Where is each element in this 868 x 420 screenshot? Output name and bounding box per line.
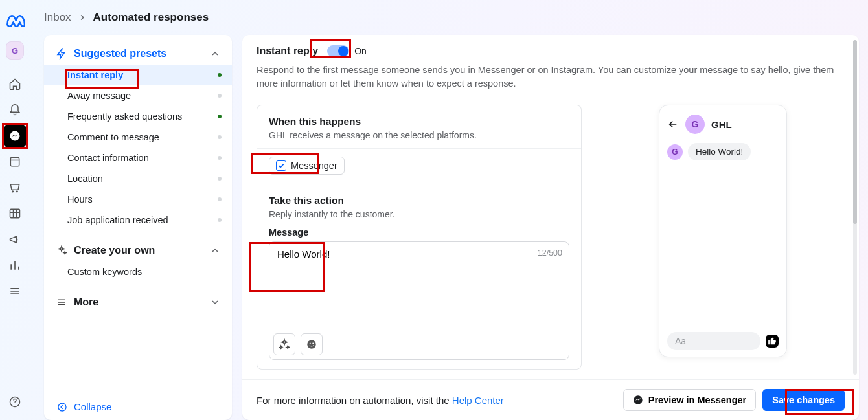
preset-item[interactable]: Instant reply: [44, 65, 232, 85]
preset-item[interactable]: Job application received: [44, 210, 232, 230]
button-label: Preview in Messenger: [648, 395, 747, 405]
message-box: 12/500: [269, 241, 569, 360]
action-card: Take this action Reply instantly to the …: [257, 184, 582, 370]
status-dot: [218, 94, 222, 98]
status-dot: [218, 197, 222, 201]
nav-tables[interactable]: [3, 202, 27, 225]
editor-title: Instant reply: [257, 45, 318, 57]
toggle-state: On: [354, 46, 367, 56]
scrollbar[interactable]: [853, 40, 857, 375]
personalize-button[interactable]: [273, 333, 295, 355]
when-sub: GHL receives a message on the selected p…: [269, 130, 569, 140]
footer-info: For more information on automation, visi…: [257, 395, 504, 406]
create-list: Custom keywords: [44, 261, 232, 287]
nav-help[interactable]: [3, 390, 27, 414]
help-center-link[interactable]: Help Center: [452, 395, 504, 406]
lightning-icon: [56, 48, 67, 60]
button-label: Save changes: [772, 395, 835, 405]
collapse-button[interactable]: Collapse: [44, 393, 232, 420]
save-changes-button[interactable]: Save changes: [762, 389, 845, 411]
section-more[interactable]: More: [44, 287, 232, 313]
messenger-icon: [633, 395, 643, 405]
preview-like-icon: [766, 335, 779, 348]
collapse-icon: [57, 402, 67, 412]
breadcrumb: Inbox Automated responses: [44, 0, 868, 35]
instant-reply-toggle[interactable]: On: [327, 45, 367, 57]
preview-bubble: Hello World!: [688, 143, 751, 160]
editor-description: Respond to the first message someone sen…: [257, 63, 845, 91]
preview-avatar: G: [685, 115, 705, 134]
meta-logo: [5, 10, 25, 30]
collapse-label: Collapse: [74, 401, 111, 412]
svg-rect-2: [10, 209, 20, 217]
automation-editor: Instant reply On Respond to the first me…: [242, 35, 859, 420]
preset-item[interactable]: Location: [44, 168, 232, 189]
section-label: More: [74, 296, 98, 308]
preset-item[interactable]: Custom keywords: [44, 261, 232, 282]
chevron-down-icon: [210, 297, 220, 307]
preview-input: Aa: [667, 332, 760, 350]
nav-inbox[interactable]: [3, 124, 27, 148]
nav-menu[interactable]: [3, 280, 27, 303]
preset-label: Custom keywords: [67, 267, 142, 277]
back-arrow-icon: [667, 118, 679, 130]
preset-item[interactable]: Contact information: [44, 148, 232, 168]
status-dot: [218, 177, 222, 181]
message-label: Message: [269, 227, 569, 238]
svg-point-0: [10, 131, 20, 141]
toggle-switch[interactable]: [327, 45, 349, 57]
emoji-button[interactable]: [301, 333, 323, 355]
preset-item[interactable]: Frequently asked questions: [44, 106, 232, 127]
account-avatar[interactable]: G: [6, 41, 24, 60]
preview-mini-avatar: G: [667, 144, 683, 160]
section-label: Suggested presets: [74, 48, 166, 60]
chevron-up-icon: [210, 245, 220, 256]
preview-in-messenger-button[interactable]: Preview in Messenger: [623, 389, 757, 411]
breadcrumb-current: Automated responses: [93, 11, 209, 24]
preset-item[interactable]: Hours: [44, 189, 232, 210]
platform-messenger-checkbox[interactable]: Messenger: [269, 157, 345, 175]
section-create-your-own[interactable]: Create your own: [44, 236, 232, 261]
action-heading: Take this action: [269, 195, 569, 206]
chevron-right-icon: [78, 13, 87, 22]
when-heading: When this happens: [269, 116, 569, 127]
checkbox-checked-icon: [276, 160, 286, 171]
preset-label: Location: [67, 173, 103, 184]
svg-point-7: [312, 343, 314, 344]
sparkle-icon: [56, 245, 67, 256]
preset-label: Instant reply: [67, 70, 123, 80]
status-dot: [218, 156, 222, 160]
svg-point-8: [634, 395, 642, 404]
svg-point-5: [307, 340, 316, 349]
preset-item[interactable]: Comment to message: [44, 127, 232, 148]
status-dot: [218, 115, 222, 118]
nav-home[interactable]: [3, 72, 27, 96]
status-dot: [218, 73, 222, 77]
preset-item[interactable]: Away message: [44, 85, 232, 106]
preset-label: Job application received: [67, 215, 168, 225]
platform-label: Messenger: [291, 160, 337, 171]
when-card: When this happens GHL receives a message…: [257, 105, 582, 184]
breadcrumb-root[interactable]: Inbox: [44, 11, 71, 24]
preset-label: Comment to message: [67, 132, 159, 142]
chevron-up-icon: [210, 49, 220, 59]
nav-commerce[interactable]: [3, 176, 27, 199]
section-label: Create your own: [74, 245, 155, 256]
status-dot: [218, 218, 222, 222]
section-suggested-presets[interactable]: Suggested presets: [44, 39, 232, 65]
editor-footer: For more information on automation, visi…: [242, 379, 859, 420]
preset-label: Frequently asked questions: [67, 111, 182, 122]
preset-list: Instant replyAway messageFrequently aske…: [44, 65, 232, 236]
message-textarea[interactable]: [269, 242, 569, 326]
preview-card: G GHL G Hello World!: [659, 105, 787, 357]
svg-point-6: [310, 343, 311, 344]
nav-posts[interactable]: [3, 150, 27, 173]
presets-panel: Suggested presets Instant replyAway mess…: [44, 35, 232, 420]
avatar-initial: G: [12, 46, 18, 56]
nav-notifications[interactable]: [3, 98, 27, 122]
left-rail: G: [0, 0, 30, 420]
nav-insights[interactable]: [3, 254, 27, 277]
preview-name: GHL: [711, 119, 732, 130]
nav-ads[interactable]: [3, 228, 27, 251]
status-dot: [218, 135, 222, 139]
